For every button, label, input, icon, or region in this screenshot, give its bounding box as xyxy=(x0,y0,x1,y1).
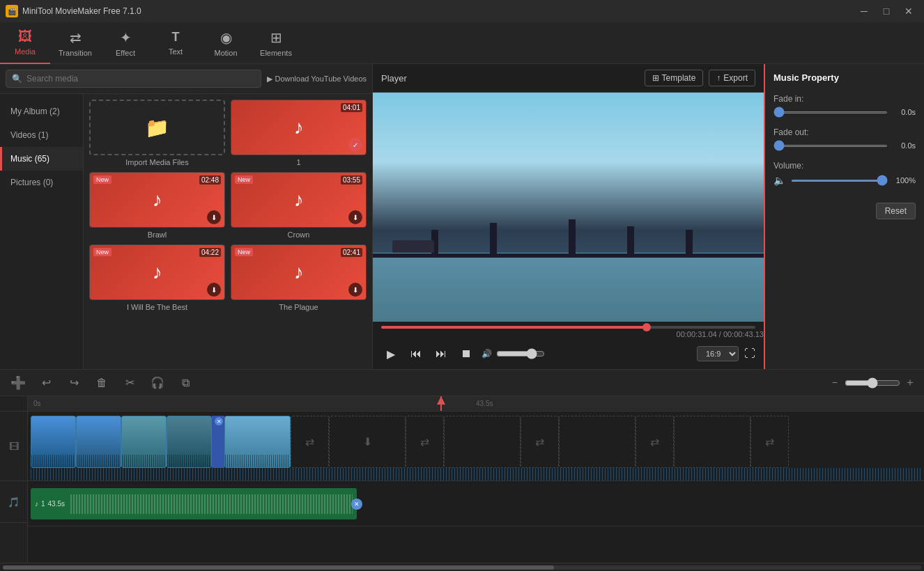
player-controls-right: 16:9 9:16 1:1 4:3 ⛶ xyxy=(697,346,755,361)
zoom-controls: － ＋ xyxy=(829,375,916,390)
music-item-brawl[interactable]: New ♪ 02:48 ⬇ Brawl xyxy=(89,172,225,239)
effect-icon: ✦ xyxy=(120,29,132,46)
reset-button[interactable]: Reset xyxy=(876,203,916,219)
music-item-1[interactable]: ♪ 04:01 ✓ 1 xyxy=(231,100,367,166)
download-icon[interactable]: ⬇ xyxy=(207,210,221,224)
empty-clip-1[interactable]: ⬇ xyxy=(329,416,406,468)
template-button[interactable]: ⊞ Template xyxy=(645,70,704,86)
sidebar: My Album (2) Videos (1) Music (65) Pictu… xyxy=(0,94,84,369)
search-input[interactable] xyxy=(26,74,255,84)
transition-x[interactable]: ✕ xyxy=(215,417,223,425)
import-media-item[interactable]: 📁 Import Media Files xyxy=(89,100,225,166)
sidebar-item-album[interactable]: My Album (2) xyxy=(0,100,83,123)
panel-title: Music Property xyxy=(773,72,916,83)
download-youtube-button[interactable]: ▶ Download YouTube Videos xyxy=(267,75,367,84)
titlebar-title: MiniTool MovieMaker Free 7.1.0 xyxy=(22,6,141,16)
player-controls-left: ▶ ⏮ ⏭ ⏹ 🔊 xyxy=(381,344,545,363)
video-frame xyxy=(373,93,764,322)
empty-clip-4[interactable] xyxy=(674,416,750,468)
fade-in-label: Fade in: xyxy=(773,94,916,104)
music-item-theplague[interactable]: New ♪ 02:41 ⬇ The Plague xyxy=(231,244,367,311)
toolbar-text[interactable]: T Text xyxy=(151,22,201,64)
audio-button[interactable]: 🎧 xyxy=(148,373,167,393)
toolbar-transition[interactable]: ⇄ Transition xyxy=(50,22,100,64)
scrollbar-track[interactable] xyxy=(3,565,921,570)
video-clip-3[interactable] xyxy=(121,416,167,468)
new-badge: New xyxy=(93,175,111,184)
redo-button[interactable]: ↪ xyxy=(64,373,84,393)
video-track-label: 🎞 xyxy=(0,412,27,481)
scrollbar-thumb[interactable] xyxy=(3,565,554,570)
volume-slider[interactable] xyxy=(496,348,545,359)
video-track-area[interactable]: ✕ ⇄ ⬇ ⇄ ⇄ ⇄ xyxy=(28,412,924,481)
text-icon: T xyxy=(172,30,180,45)
audio-track-area[interactable]: ♪ 1 43.5s ✕ xyxy=(28,481,924,526)
transition-slot-3[interactable]: ⇄ xyxy=(521,416,559,468)
next-button[interactable]: ⏭ xyxy=(431,344,451,363)
search-icon: 🔍 xyxy=(12,74,22,84)
text-label: Text xyxy=(169,47,183,56)
zoom-slider[interactable] xyxy=(845,377,900,389)
timeline-scrollbar[interactable] xyxy=(0,563,924,571)
prev-button[interactable]: ⏮ xyxy=(406,344,426,363)
aspect-ratio-select[interactable]: 16:9 9:16 1:1 4:3 xyxy=(697,346,739,361)
music-item-iwillbethebest[interactable]: New ♪ 04:22 ⬇ I Will Be The Best xyxy=(89,244,225,311)
download-icon[interactable]: ⬇ xyxy=(207,283,221,297)
titlebar-controls[interactable]: ─ □ ✕ xyxy=(854,1,918,21)
play-button[interactable]: ▶ xyxy=(381,344,401,363)
transition-icon: ✕ xyxy=(212,416,224,468)
undo-button[interactable]: ↩ xyxy=(36,373,56,393)
volume-slider-prop[interactable] xyxy=(791,180,888,182)
stop-button[interactable]: ⏹ xyxy=(456,344,476,363)
delete-button[interactable]: 🗑 xyxy=(92,373,111,393)
progress-handle[interactable] xyxy=(642,323,651,331)
export-button[interactable]: ↑ Export xyxy=(709,70,755,86)
cut-button[interactable]: ✂ xyxy=(120,373,139,393)
fullscreen-button[interactable]: ⛶ xyxy=(744,347,755,360)
sidebar-item-pictures[interactable]: Pictures (0) xyxy=(0,171,83,194)
toolbar-media[interactable]: 🖼 Media xyxy=(0,22,50,64)
zoom-in-button[interactable]: ＋ xyxy=(904,375,916,390)
fade-in-slider-row: 0.0s xyxy=(773,108,916,116)
toolbar-elements[interactable]: ⊞ Elements xyxy=(251,22,301,64)
volume-icon: 🔊 xyxy=(482,349,492,359)
video-clip-1[interactable] xyxy=(31,416,76,468)
timeline-toolbar-right: － ＋ xyxy=(829,375,916,390)
audio-clip[interactable]: ♪ 1 43.5s ✕ xyxy=(31,488,357,519)
empty-clip-3[interactable] xyxy=(559,416,636,468)
media-label: Media xyxy=(15,47,36,56)
video-clip-4[interactable] xyxy=(167,416,212,468)
video-clip-2[interactable] xyxy=(76,416,121,468)
transition-slot-2[interactable]: ⇄ xyxy=(406,416,444,468)
fade-in-slider[interactable] xyxy=(773,111,888,114)
transition-slot-4[interactable]: ⇄ xyxy=(636,416,674,468)
panel-header: 🔍 ▶ Download YouTube Videos xyxy=(0,64,372,94)
transition-slot-1[interactable]: ⇄ xyxy=(291,416,329,468)
toolbar-motion[interactable]: ◉ Motion xyxy=(201,22,251,64)
minimize-button[interactable]: ─ xyxy=(854,1,874,21)
progress-bar[interactable] xyxy=(381,326,755,329)
bridge-pillar-2 xyxy=(490,223,497,258)
audio-clip-remove-button[interactable]: ✕ xyxy=(351,499,362,510)
sidebar-item-music[interactable]: Music (65) xyxy=(0,147,83,171)
timeline-tracks[interactable]: 0s 43.5s xyxy=(28,396,924,563)
zoom-out-button[interactable]: － xyxy=(829,375,840,390)
sidebar-item-videos[interactable]: Videos (1) xyxy=(0,123,83,147)
maximize-button[interactable]: □ xyxy=(877,1,896,21)
fade-out-slider[interactable] xyxy=(773,145,888,147)
add-media-timeline-button[interactable]: ➕ xyxy=(8,373,28,393)
download-icon[interactable]: ⬇ xyxy=(348,210,362,224)
player-progress[interactable] xyxy=(373,322,764,329)
close-button[interactable]: ✕ xyxy=(899,1,918,21)
track-label: The Plague xyxy=(231,303,367,311)
video-clip-5[interactable] xyxy=(224,416,291,468)
new-badge: New xyxy=(235,248,253,256)
crop-button[interactable]: ⧉ xyxy=(176,373,195,393)
right-panel: Music Property Fade in: 0.0s Fade out: 0… xyxy=(764,64,924,369)
search-box[interactable]: 🔍 xyxy=(6,70,261,88)
transition-slot-5[interactable]: ⇄ xyxy=(750,416,789,468)
toolbar-effect[interactable]: ✦ Effect xyxy=(100,22,151,64)
music-item-crown[interactable]: New ♪ 03:55 ⬇ Crown xyxy=(231,172,367,239)
download-icon[interactable]: ⬇ xyxy=(348,283,362,297)
empty-clip-2[interactable] xyxy=(444,416,521,468)
